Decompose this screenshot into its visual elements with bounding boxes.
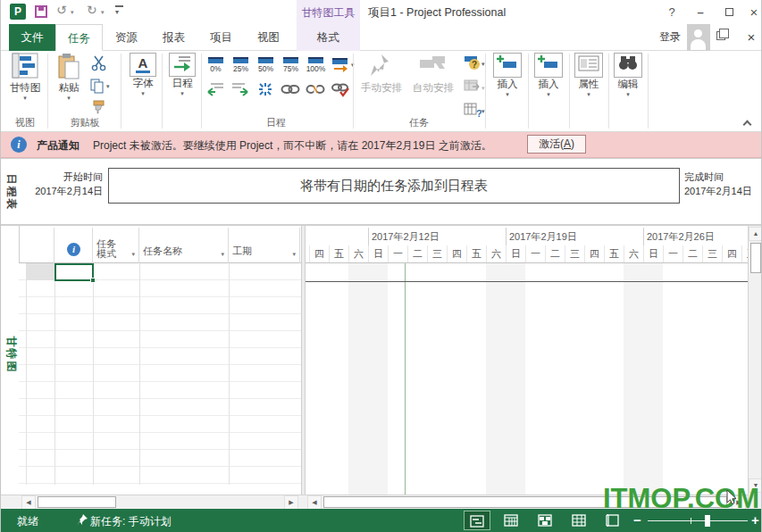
table-row[interactable] — [19, 467, 301, 484]
redo-dropdown-icon[interactable]: ▾ — [101, 9, 105, 16]
sign-in-link[interactable]: 登录 — [659, 24, 681, 51]
gantt-chart-button[interactable]: 甘特图 ▾ — [6, 53, 44, 101]
outdent-task-button[interactable] — [205, 81, 226, 101]
task-bar-icon — [233, 57, 248, 63]
editing-group-button[interactable]: 编辑 ▾ — [612, 53, 644, 97]
zoom-in-button[interactable]: + — [751, 512, 759, 528]
undo-icon[interactable]: ↺ — [56, 3, 67, 17]
timeline-finish-date: 2017年2月14日 — [684, 185, 752, 198]
document-restore-icon[interactable] — [716, 31, 725, 40]
filter-dropdown-icon[interactable]: ▾ — [221, 251, 224, 258]
table-row[interactable] — [19, 382, 301, 399]
gantt-chart-area[interactable] — [306, 263, 748, 495]
column-header-indicator[interactable]: i — [54, 228, 93, 263]
percent-complete-button-25%[interactable]: 25% — [230, 55, 252, 73]
vertical-scroll-thumb[interactable] — [750, 243, 761, 273]
timeline-hint-box[interactable]: 将带有日期的任务添加到日程表 — [108, 168, 680, 204]
insert-group-button-1[interactable]: 插入 ▾ — [490, 53, 524, 97]
view-button-task-usage[interactable] — [498, 511, 524, 530]
table-row[interactable] — [19, 297, 301, 314]
percent-complete-button-0%[interactable]: 0% — [205, 55, 227, 73]
column-header-task-name[interactable]: 任务名称▾ — [139, 228, 229, 263]
table-row[interactable] — [19, 365, 301, 382]
scroll-up-icon[interactable]: ▲ — [749, 227, 762, 241]
day-header: 六 — [624, 245, 643, 263]
maximize-button[interactable] — [719, 4, 739, 21]
tab-format[interactable]: 格式 — [304, 24, 353, 51]
view-button-gantt[interactable] — [464, 511, 490, 530]
move-task-button[interactable] — [462, 79, 483, 99]
indent-task-button[interactable] — [230, 81, 251, 101]
table-row[interactable] — [19, 433, 301, 450]
font-group-button[interactable]: A 字体 ▾ — [126, 53, 160, 96]
tab-file[interactable]: 文件 — [9, 24, 55, 51]
selected-row-header[interactable] — [26, 263, 54, 280]
properties-group-button[interactable]: 属性 ▾ — [573, 53, 605, 97]
copy-dropdown-icon[interactable]: ▾ — [106, 83, 110, 89]
percent-complete-button-75%[interactable]: 75% — [280, 55, 302, 73]
table-row[interactable] — [19, 280, 301, 297]
inspect-task-button[interactable]: ? — [462, 54, 483, 74]
table-row[interactable] — [19, 348, 301, 365]
tab-视图[interactable]: 视图 — [245, 24, 292, 51]
customize-quick-access-toolbar-icon[interactable]: ▾ — [115, 5, 123, 16]
avatar[interactable] — [687, 24, 710, 51]
respect-links-bar-button[interactable] — [330, 55, 351, 75]
cut-button[interactable] — [88, 55, 110, 75]
column-header-rownum[interactable] — [26, 228, 54, 263]
auto-schedule-button[interactable]: 自动安排 — [408, 53, 458, 95]
tab-报表[interactable]: 报表 — [150, 24, 197, 51]
help-button[interactable]: ? — [662, 4, 682, 21]
paste-button[interactable]: 粘贴 ▾ — [53, 53, 85, 101]
split-task-button[interactable] — [255, 81, 276, 101]
save-icon[interactable] — [35, 5, 47, 18]
view-button-team-planner[interactable] — [532, 511, 558, 530]
zoom-slider-thumb[interactable] — [705, 515, 710, 527]
status-new-task-mode[interactable]: 新任务: 手动计划 — [90, 514, 172, 529]
schedule-group-button[interactable]: 日程 ▾ — [166, 53, 198, 96]
undo-dropdown-icon[interactable]: ▾ — [71, 9, 74, 16]
table-row[interactable] — [19, 399, 301, 416]
collapse-ribbon-icon[interactable] — [744, 115, 750, 131]
mode-dropdown-icon[interactable]: ▾ — [481, 108, 485, 114]
link-tasks-button[interactable] — [280, 81, 301, 101]
timeline-pane[interactable]: 日程表 开始时间 2017年2月14日 将带有日期的任务添加到日程表 完成时间 … — [1, 158, 762, 226]
tab-任务[interactable]: 任务 — [55, 24, 103, 51]
view-button-report[interactable] — [599, 511, 626, 530]
column-header-duration[interactable]: 工期▾ — [229, 228, 300, 263]
view-button-sheet[interactable] — [565, 511, 592, 530]
insert-group-button-2[interactable]: 插入 ▾ — [532, 53, 565, 97]
day-header: 四 — [447, 245, 466, 263]
task-table-body[interactable] — [19, 263, 301, 495]
copy-icon — [89, 78, 105, 94]
find-binoculars-icon — [614, 53, 642, 78]
manually-schedule-button[interactable]: 手动安排 — [356, 53, 406, 95]
table-row[interactable] — [19, 416, 301, 433]
inspect-dropdown-icon[interactable]: ▾ — [481, 61, 485, 67]
filter-dropdown-icon[interactable]: ▾ — [292, 251, 296, 258]
table-header: i 任务 模式▾ 任务名称▾ 工期▾ — [19, 228, 301, 263]
unlink-tasks-button[interactable] — [305, 81, 326, 101]
filter-dropdown-icon[interactable]: ▾ — [131, 251, 135, 258]
zoom-out-button[interactable]: − — [633, 512, 641, 528]
activate-button[interactable]: 激活(A) — [527, 135, 586, 154]
close-button[interactable]: × — [744, 4, 762, 21]
column-header-task-mode[interactable]: 任务 模式▾ — [93, 228, 139, 263]
table-row[interactable] — [19, 450, 301, 467]
percent-complete-button-50%[interactable]: 50% — [255, 55, 277, 73]
table-row[interactable] — [19, 331, 301, 348]
document-close-icon[interactable]: × — [742, 25, 760, 50]
selected-cell[interactable] — [54, 263, 94, 281]
respect-links-button[interactable] — [330, 81, 351, 101]
vertical-scrollbar[interactable]: ▲ ▼ — [748, 226, 762, 495]
table-row[interactable] — [19, 314, 301, 331]
move-dropdown-icon[interactable]: ▾ — [481, 85, 485, 91]
percent-complete-button-100%[interactable]: 100% — [305, 55, 327, 73]
redo-icon[interactable]: ↻ — [87, 3, 97, 17]
zoom-slider-track[interactable] — [648, 520, 748, 521]
tab-资源[interactable]: 资源 — [103, 24, 150, 51]
tab-项目[interactable]: 项目 — [197, 24, 245, 51]
minimize-button[interactable]: – — [691, 4, 710, 21]
fill-handle[interactable] — [90, 278, 96, 283]
copy-button[interactable] — [87, 78, 108, 97]
